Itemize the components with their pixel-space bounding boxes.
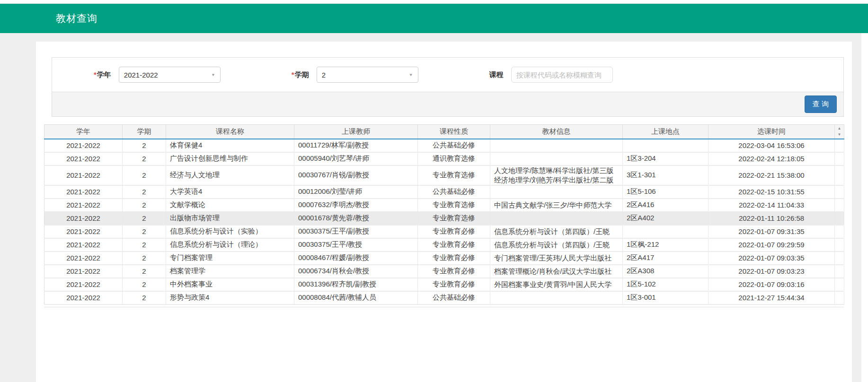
- table-scrollbar[interactable]: ▲▼: [835, 125, 844, 139]
- page-scrollbar[interactable]: [861, 33, 868, 382]
- cell-year: 2021-2022: [44, 185, 123, 199]
- page-title: 教材查询: [56, 12, 97, 25]
- cell-time: 2022-02-15 10:31:55: [709, 185, 835, 199]
- column-header: 学期: [123, 125, 166, 139]
- cell-teacher: 00030375/王平/教授: [294, 238, 418, 252]
- cell-year: 2021-2022: [44, 238, 123, 252]
- term-label: *学期: [292, 70, 309, 79]
- cell-course-type: 专业教育必修: [418, 265, 490, 278]
- table-row[interactable]: 2021-20222经济与人文地理00030767/肖锐/副教授专业教育选修人文…: [44, 165, 844, 185]
- table-scrollbar-track[interactable]: [835, 185, 844, 199]
- table-row[interactable]: 2021-20222中外档案事业00031396/程齐凯/副教授专业教育必修外国…: [44, 278, 844, 291]
- cell-course-type: 专业教育必修: [418, 238, 490, 252]
- cell-time: 2022-02-14 11:04:33: [709, 199, 835, 212]
- cell-time: 2021-12-27 15:44:34: [709, 291, 835, 304]
- cell-course-name: 广告设计创新思维与制作: [166, 152, 294, 165]
- course-input[interactable]: [511, 67, 613, 83]
- cell-location: [623, 139, 709, 152]
- table-scrollbar-track[interactable]: [835, 278, 844, 291]
- cell-location: 1区3-001: [623, 291, 709, 304]
- table-row[interactable]: 2021-20222专门档案管理00008467/程媛/副教授专业教育必修专门档…: [44, 252, 844, 265]
- cell-course-name: 信息系统分析与设计（实验）: [166, 225, 294, 238]
- column-header: 上课地点: [623, 125, 709, 139]
- textbook-line: 外国档案事业史/黄霄羽/中国人民大学: [494, 280, 619, 289]
- cell-term: 2: [123, 265, 166, 278]
- cell-course-name: 信息系统分析与设计（理论）: [166, 238, 294, 252]
- table-row[interactable]: 2021-20222信息系统分析与设计（理论）00030375/王平/教授专业教…: [44, 238, 844, 252]
- search-button[interactable]: 查 询: [805, 96, 837, 113]
- cell-textbook-info: 专门档案管理/王英玮/人民大学出版社: [490, 252, 623, 265]
- table-row[interactable]: 2021-20222体育保健400011729/林军/副教授公共基础必修2022…: [44, 139, 844, 152]
- table-scrollbar-track[interactable]: [835, 165, 844, 185]
- table-row[interactable]: 2021-20222档案管理学00006734/肖秋会/教授专业教育必修档案管理…: [44, 265, 844, 278]
- cell-course-name: 专门档案管理: [166, 252, 294, 265]
- cell-textbook-info: 中国古典文献学/张三夕/华中师范大学: [490, 199, 623, 212]
- cell-course-type: 专业教育必修: [418, 252, 490, 265]
- year-label-text: 学年: [97, 70, 111, 78]
- table-scrollbar-track[interactable]: [835, 238, 844, 252]
- cell-textbook-info: [490, 291, 623, 304]
- cell-time: 2022-01-11 10:26:58: [709, 212, 835, 225]
- cell-course-name: 大学英语4: [166, 185, 294, 199]
- cell-term: 2: [123, 152, 166, 165]
- cell-year: 2021-2022: [44, 139, 123, 152]
- course-label: 课程: [489, 70, 504, 79]
- column-header: 教材信息: [490, 125, 623, 139]
- table-row[interactable]: 2021-20222文献学概论00007632/李明杰/教授专业教育选修中国古典…: [44, 199, 844, 212]
- cell-course-name: 形势与政策4: [166, 291, 294, 304]
- table-row[interactable]: 2021-20222大学英语400012006/刘莹/讲师公共基础必修1区5-1…: [44, 185, 844, 199]
- term-label-text: 学期: [295, 70, 309, 78]
- cell-year: 2021-2022: [44, 265, 123, 278]
- term-select[interactable]: 2 ▼: [317, 67, 418, 83]
- table-scrollbar-track[interactable]: [835, 199, 844, 212]
- column-header: 课程性质: [418, 125, 490, 139]
- cell-textbook-info: [490, 185, 623, 199]
- year-select[interactable]: 2021-2022 ▼: [119, 67, 221, 83]
- cell-year: 2021-2022: [44, 278, 123, 291]
- cell-course-name: 体育保健4: [166, 139, 294, 152]
- cell-time: 2022-01-07 09:03:35: [709, 252, 835, 265]
- cell-term: 2: [123, 252, 166, 265]
- cell-term: 2: [123, 225, 166, 238]
- table-scrollbar-track[interactable]: [835, 139, 844, 152]
- scroll-down-icon[interactable]: ▼: [838, 133, 841, 137]
- cell-textbook-info: 信息系统分析与设计（第四版）/王晓: [490, 225, 623, 238]
- table-scrollbar-track[interactable]: [835, 291, 844, 304]
- cell-term: 2: [123, 165, 166, 185]
- year-field: *学年 2021-2022 ▼: [94, 67, 221, 83]
- table-scrollbar-track[interactable]: [835, 252, 844, 265]
- table-row[interactable]: 2021-20222广告设计创新思维与制作00005940/刘艺琴/讲师通识教育…: [44, 152, 844, 165]
- cell-year: 2021-2022: [44, 165, 123, 185]
- cell-course-type: 公共基础必修: [418, 139, 490, 152]
- cell-course-type: 专业教育选修: [418, 165, 490, 185]
- cell-location: [623, 225, 709, 238]
- table-row[interactable]: 2021-20222出版物市场管理00001678/黄先蓉/教授专业教育选修2区…: [44, 212, 844, 225]
- cell-time: 2022-01-07 09:03:16: [709, 278, 835, 291]
- scroll-up-icon[interactable]: ▲: [838, 127, 841, 130]
- cell-textbook-info: [490, 212, 623, 225]
- cell-course-name: 出版物市场管理: [166, 212, 294, 225]
- textbook-line: 经济地理学/刘艳芳/科学出版社/第二版: [494, 175, 619, 185]
- cell-location: 2区A417: [623, 252, 709, 265]
- term-field: *学期 2 ▼: [292, 67, 418, 83]
- cell-term: 2: [123, 238, 166, 252]
- cell-teacher: 00008084/代茜/教辅人员: [294, 291, 418, 304]
- column-header: 课程名称: [166, 125, 294, 139]
- table-row[interactable]: 2021-20222信息系统分析与设计（实验）00030375/王平/副教授专业…: [44, 225, 844, 238]
- cell-course-type: 专业教育选修: [418, 199, 490, 212]
- table-scrollbar-track[interactable]: [835, 212, 844, 225]
- table-scrollbar-track[interactable]: [835, 265, 844, 278]
- cell-textbook-info: 外国档案事业史/黄霄羽/中国人民大学: [490, 278, 623, 291]
- cell-year: 2021-2022: [44, 291, 123, 304]
- cell-course-type: 专业教育选修: [418, 212, 490, 225]
- cell-course-name: 中外档案事业: [166, 278, 294, 291]
- table-row[interactable]: 2021-20222形势与政策400008084/代茜/教辅人员公共基础必修1区…: [44, 291, 844, 304]
- cell-teacher: 00006734/肖秋会/教授: [294, 265, 418, 278]
- column-header: 选课时间: [709, 125, 835, 139]
- table-scrollbar-track[interactable]: [835, 152, 844, 165]
- cell-term: 2: [123, 185, 166, 199]
- table-scrollbar-track[interactable]: [835, 225, 844, 238]
- chevron-down-icon: ▼: [211, 73, 215, 77]
- cell-teacher: 00031396/程齐凯/副教授: [294, 278, 418, 291]
- cell-teacher: 00011729/林军/副教授: [294, 139, 418, 152]
